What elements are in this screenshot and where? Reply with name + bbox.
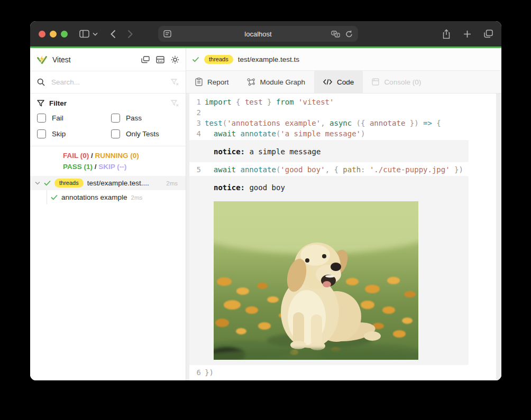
checkbox-icon[interactable]: [111, 114, 120, 123]
checkbox-label: Pass: [126, 114, 142, 122]
console-icon: [372, 78, 379, 86]
line-code: test('annotations example', async ({ ann…: [205, 118, 441, 128]
translate-icon[interactable]: [331, 31, 340, 38]
annotation-notice: notice: good boy: [189, 176, 469, 365]
sidebar-toggle-icon[interactable]: [79, 30, 89, 38]
vitest-logo-icon: [36, 54, 48, 65]
clear-search-filter-icon[interactable]: [171, 79, 179, 86]
test-case-row[interactable]: annotations example 2ms: [47, 190, 186, 204]
code-content: 1import { test } from 'vitest'23test('an…: [189, 97, 496, 380]
code-line-7: 7: [189, 378, 496, 380]
collapse-panels-icon[interactable]: [141, 56, 150, 63]
file-header: threads test/example.test.ts: [186, 48, 501, 71]
notice-label: notice:: [214, 183, 245, 192]
tab-label: Console (0): [384, 78, 421, 86]
dashboard-icon[interactable]: [156, 56, 164, 63]
test-tree: threads test/example.test.... 2ms annota…: [30, 176, 186, 380]
status-segment-pass: PASS (1): [63, 163, 93, 171]
pass-check-icon: [44, 180, 51, 186]
line-code: await annotate('a simple message'): [205, 128, 365, 139]
code-line-1: 1import { test } from 'vitest': [189, 97, 496, 107]
line-number: 4: [189, 128, 201, 139]
tab-module-graph[interactable]: Module Graph: [238, 71, 315, 93]
checkbox-icon[interactable]: [37, 129, 46, 138]
reload-icon[interactable]: [345, 30, 353, 38]
notice-message: a simple message: [245, 147, 321, 156]
sidebar-header: Vitest: [30, 48, 186, 71]
search-icon: [37, 78, 45, 86]
status-segment-run: RUNNING (0): [95, 152, 139, 160]
checkbox-label: Fail: [52, 114, 63, 122]
search-input[interactable]: [50, 78, 166, 87]
chevron-down-icon[interactable]: [35, 181, 40, 185]
test-duration: 2ms: [166, 180, 178, 186]
code-line-4: 4 await annotate('a simple message'): [189, 128, 496, 139]
cute-puppy-photo: [214, 201, 418, 360]
filter-checkbox-only-tests[interactable]: Only Tests: [111, 129, 179, 138]
test-file-row[interactable]: threads test/example.test.... 2ms: [30, 176, 186, 190]
module-graph-icon: [247, 78, 255, 86]
code-line-5: 5 await annotate('good boy', { path: './…: [189, 164, 496, 175]
line-number: 1: [189, 97, 201, 107]
code-line-3: 3test('annotations example', async ({ an…: [189, 118, 496, 128]
close-window-button[interactable]: [39, 31, 45, 38]
filter-checkbox-skip[interactable]: Skip: [37, 129, 111, 138]
tab-console: Console (0): [363, 71, 430, 93]
line-number: 7: [189, 378, 201, 380]
pool-badge: threads: [204, 55, 233, 64]
code-viewer[interactable]: 1import { test } from 'vitest'23test('an…: [186, 94, 501, 380]
back-icon[interactable]: [111, 30, 116, 39]
notice-label: notice:: [214, 147, 245, 156]
line-code: import { test } from 'vitest': [205, 97, 334, 107]
tab-label: Code: [337, 78, 354, 86]
clear-filter-icon[interactable]: [171, 100, 179, 107]
summary-line-2: PASS (1) / SKIP (--): [63, 161, 186, 172]
app-title: Vitest: [52, 55, 71, 64]
checkbox-icon[interactable]: [37, 114, 46, 123]
checkbox-icon[interactable]: [111, 129, 120, 138]
forward-icon: [127, 30, 133, 39]
status-segment-sep: /: [89, 152, 95, 160]
line-code: await annotate('good boy', { path: './cu…: [205, 164, 463, 175]
pass-check-icon: [192, 57, 199, 62]
code-icon: [323, 79, 332, 85]
scrollbar-track[interactable]: [496, 94, 501, 380]
test-case-name: annotations example: [61, 193, 127, 201]
chevron-down-icon[interactable]: [93, 32, 98, 36]
url-text[interactable]: localhost: [158, 30, 358, 38]
funnel-icon: [37, 100, 44, 107]
code-line-2: 2: [189, 107, 496, 118]
summary-line-1: FAIL (0) / RUNNING (0): [63, 150, 186, 161]
filter-section: Filter Fail Pass Skip Only Tests: [30, 94, 186, 146]
new-tab-icon[interactable]: [463, 30, 471, 38]
browser-toolbar: localhost: [30, 21, 501, 46]
pool-badge: threads: [54, 179, 84, 188]
pass-check-icon: [51, 194, 58, 200]
status-segment-sep: /: [93, 163, 98, 171]
line-number: 3: [189, 118, 201, 128]
address-bar[interactable]: localhost: [158, 26, 358, 42]
filter-title: Filter: [49, 99, 67, 107]
checkbox-label: Skip: [52, 130, 66, 138]
minimize-window-button[interactable]: [50, 31, 57, 38]
test-file-name: test/example.test....: [87, 179, 149, 187]
zoom-window-button[interactable]: [61, 31, 68, 38]
browser-window: localhost: [30, 21, 501, 380]
tab-code[interactable]: Code: [314, 71, 363, 93]
test-run-summary: FAIL (0) / RUNNING (0) PASS (1) / SKIP (…: [30, 146, 186, 176]
line-number: 2: [189, 107, 201, 118]
search-bar: [30, 71, 186, 94]
line-number: 6: [189, 367, 201, 378]
report-icon: [195, 78, 203, 86]
tab-label: Report: [207, 78, 229, 86]
filter-checkbox-fail[interactable]: Fail: [37, 114, 111, 123]
share-icon[interactable]: [442, 29, 451, 39]
tab-report[interactable]: Report: [186, 71, 238, 93]
tab-overview-icon[interactable]: [484, 30, 493, 38]
status-segment-fail: FAIL (0): [63, 152, 89, 160]
theme-sun-icon[interactable]: [171, 55, 179, 64]
file-path: test/example.test.ts: [238, 55, 299, 63]
view-tabs: Report Module Graph Code: [186, 71, 501, 94]
checkbox-label: Only Tests: [126, 130, 159, 138]
filter-checkbox-pass[interactable]: Pass: [111, 114, 179, 123]
